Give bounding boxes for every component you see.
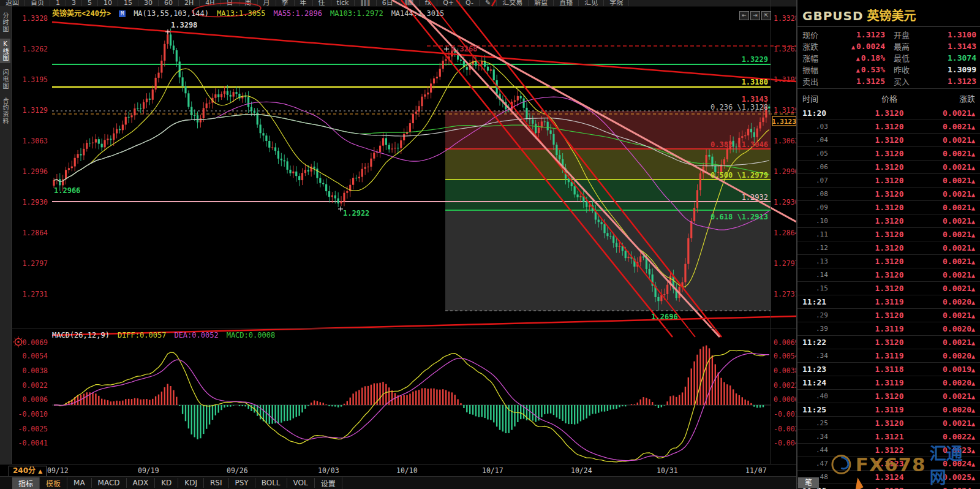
macd-axis-label-right: 0.0006 bbox=[774, 395, 796, 404]
up-arrow-icon: ▲ bbox=[971, 353, 975, 360]
candle-body bbox=[230, 95, 232, 97]
tick-row: .121.31200.0021▲ bbox=[797, 241, 980, 255]
candle-body bbox=[251, 107, 252, 111]
candle-body bbox=[391, 148, 393, 149]
quote-panel: GBPUSD英镑美元 现价1.3123开盘1.3100涨跌▲0.0024最高1.… bbox=[796, 0, 980, 489]
macd-hist-value: MACD:0.0008 bbox=[227, 331, 275, 339]
candle-body bbox=[445, 59, 447, 61]
tick-row: .101.31200.0021▲ bbox=[797, 214, 980, 228]
sidebar-tab-1[interactable]: 分时图 bbox=[0, 10, 10, 34]
candle-body bbox=[194, 115, 195, 116]
pen-tab[interactable]: 笔 bbox=[798, 477, 819, 488]
candle-body bbox=[289, 170, 291, 173]
candle-body bbox=[295, 172, 297, 176]
tick-change: 0.0025▲ bbox=[924, 472, 975, 482]
date-tick-label: 09/12 bbox=[47, 466, 69, 475]
indicator-button-指标[interactable]: 指标 bbox=[12, 477, 40, 489]
indicator-button-rsi[interactable]: RSI bbox=[204, 478, 229, 488]
indicator-button-macd[interactable]: MACD bbox=[92, 478, 127, 488]
indicator-button-kd[interactable]: KD bbox=[155, 478, 178, 488]
macd-axis-label-right: -0.0010 bbox=[774, 410, 796, 419]
tick-time: 11:22 bbox=[802, 338, 855, 347]
price-annotation: 1.2922 bbox=[343, 209, 369, 218]
indicator-button-kdj[interactable]: KDJ bbox=[178, 478, 204, 488]
tick-price: 1.3120 bbox=[855, 135, 924, 145]
tick-row: .081.31200.0021▲ bbox=[797, 188, 980, 201]
tick-price: 1.3120 bbox=[855, 189, 924, 199]
sidebar-tab-3[interactable]: 闪电图 bbox=[0, 67, 10, 91]
candle-body bbox=[750, 129, 752, 132]
tick-price: 1.3119 bbox=[855, 378, 924, 387]
indicator-button-psy[interactable]: PSY bbox=[229, 478, 255, 488]
candle-body bbox=[265, 135, 267, 141]
candle-body bbox=[98, 139, 100, 143]
indicator-button-boll[interactable]: BOLL bbox=[255, 478, 287, 488]
tick-time: .06 bbox=[802, 163, 855, 171]
candle-body bbox=[666, 285, 668, 294]
indicator-button-vol[interactable]: VOL bbox=[287, 478, 315, 488]
tick-time: 11:20 bbox=[802, 108, 855, 118]
macd-axis-label-left: 0.0054 bbox=[22, 352, 48, 360]
tick-time: .39 bbox=[802, 325, 855, 333]
indicator-button-adx[interactable]: ADX bbox=[127, 478, 156, 488]
candle-body bbox=[217, 94, 219, 97]
level-label: 1.3180 bbox=[742, 78, 768, 86]
candle-body bbox=[331, 195, 333, 197]
quote-value: 1.3143 bbox=[925, 42, 976, 51]
quote-row: 振幅▲0.53%昨收1.3099 bbox=[802, 64, 976, 75]
candle-body bbox=[609, 236, 611, 237]
date-tick-label: 10/03 bbox=[318, 466, 339, 475]
sidebar-tab-2[interactable]: K线图 bbox=[0, 39, 10, 63]
tick-time: .47 bbox=[802, 460, 855, 468]
candle-body bbox=[418, 106, 420, 112]
price-axis-label-right: 1.2797 bbox=[774, 259, 796, 268]
price-axis-label-right: 1.2996 bbox=[774, 167, 796, 176]
candle-body bbox=[373, 153, 375, 159]
up-arrow-icon: ▲ bbox=[971, 124, 975, 131]
candle-body bbox=[281, 159, 282, 161]
candle-body bbox=[526, 108, 527, 119]
tick-time: .40 bbox=[802, 392, 855, 400]
up-arrow-icon: ▲ bbox=[971, 420, 975, 427]
candle-body bbox=[433, 78, 435, 83]
indicator-button-设置[interactable]: 设置 bbox=[315, 477, 342, 489]
candle-body bbox=[358, 177, 360, 178]
tick-row: 11:221.31200.0021▲ bbox=[797, 336, 980, 349]
tick-change: 0.0021▲ bbox=[924, 419, 975, 428]
tick-row: 11:261.31230.0024▲ bbox=[797, 484, 980, 489]
ticks-header-time: 时间 bbox=[802, 93, 855, 104]
pane-toggle-icon[interactable]: ⇤ bbox=[739, 11, 749, 20]
macd-dea-value: DEA:0.0052 bbox=[174, 331, 218, 339]
indicator-button-模板[interactable]: 模板 bbox=[40, 477, 67, 489]
pane-toggle-icon[interactable]: ⇥ bbox=[750, 11, 760, 20]
indicator-button-ma[interactable]: MA bbox=[67, 478, 92, 488]
candle-body bbox=[400, 140, 402, 148]
candle-body bbox=[616, 243, 617, 247]
price-axis-label-left: 1.3195 bbox=[22, 75, 48, 84]
tick-change: 0.0021▲ bbox=[924, 203, 975, 212]
candle-body bbox=[274, 147, 276, 151]
instrument-label[interactable]: 英镑美元<240分> bbox=[52, 9, 111, 18]
candle-body bbox=[262, 133, 264, 135]
tick-price: 1.3122 bbox=[855, 445, 924, 455]
date-tick-label: 10/31 bbox=[657, 466, 678, 475]
tick-time: .07 bbox=[802, 176, 855, 184]
tick-price: 1.3123 bbox=[855, 486, 924, 489]
up-arrow-icon: ▲ bbox=[851, 44, 855, 50]
tick-time: .14 bbox=[802, 271, 855, 279]
main-chart-svg[interactable]: 1.33281.33281.32621.32621.31951.31951.31… bbox=[11, 0, 796, 464]
tick-price: 1.3119 bbox=[855, 405, 924, 414]
candle-body bbox=[164, 44, 165, 61]
sidebar-tab-4[interactable]: 合约资料 bbox=[0, 96, 10, 126]
price-axis-label-left: 1.2930 bbox=[22, 198, 48, 207]
tick-change: 0.0021▲ bbox=[924, 270, 975, 279]
price-axis-label-left: 1.2864 bbox=[22, 229, 48, 237]
candle-body bbox=[520, 96, 522, 99]
period-badge[interactable]: 240分 ▲ bbox=[9, 466, 47, 477]
pane-toggle-icon[interactable]: ⇱ bbox=[761, 11, 771, 20]
tick-change: 0.0021▲ bbox=[924, 149, 975, 158]
candle-body bbox=[603, 224, 605, 233]
tick-price: 1.3123 bbox=[855, 459, 924, 468]
tick-row: 11:201.31200.0021▲ bbox=[797, 107, 980, 120]
candle-body bbox=[80, 154, 81, 155]
